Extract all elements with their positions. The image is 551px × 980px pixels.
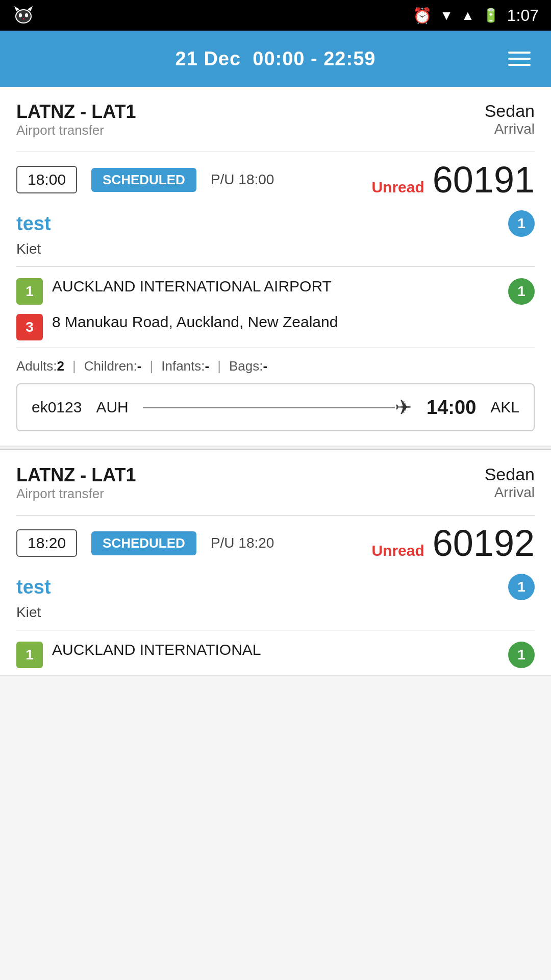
alarm-icon: ⏰	[413, 7, 432, 24]
svg-point-4	[19, 13, 22, 17]
card-1-right: Sedan Arrival	[485, 101, 535, 137]
divider-5	[16, 630, 535, 630]
wifi-icon: ▼	[440, 8, 453, 23]
card-1-direction: Arrival	[485, 121, 535, 137]
card-1-flight-box: ek0123 AUH ✈ 14:00 AKL	[16, 383, 535, 431]
hamburger-line-2	[508, 58, 531, 60]
app-header: 21 Dec 00:00 - 22:59	[0, 31, 551, 87]
status-bar: ⏰ ▼ ▲ 🔋 1:07	[0, 0, 551, 31]
card-2-passenger-name: test	[16, 576, 51, 598]
plane-icon: ✈	[395, 396, 412, 419]
hamburger-line-3	[508, 64, 531, 66]
card-2-location-1-badge: 1	[16, 642, 43, 668]
header-title: 21 Dec 00:00 - 22:59	[176, 48, 376, 70]
card-1-passenger-badge: 1	[508, 210, 535, 237]
hamburger-line-1	[508, 52, 531, 54]
svg-point-5	[25, 13, 28, 17]
card-1-infants-label: Infants:	[161, 358, 205, 374]
booking-card-1: LATNZ - LAT1 Airport transfer Sedan Arri…	[0, 87, 551, 447]
hamburger-menu-button[interactable]	[508, 52, 531, 66]
card-1-location-2: 3 8 Manukau Road, Auckland, New Zealand	[16, 312, 535, 340]
card-1-location-1-name: AUCKLAND INTERNATIONAL AIRPORT	[52, 276, 332, 296]
card-1-left: LATNZ - LAT1 Airport transfer	[16, 101, 136, 146]
card-1-children-value: -	[137, 358, 142, 374]
card-1-pickup: P/U 18:00	[211, 172, 274, 188]
card-1-adults-label: Adults:	[16, 358, 57, 374]
card-1-header: LATNZ - LAT1 Airport transfer Sedan Arri…	[16, 101, 535, 146]
divider-1	[16, 152, 535, 152]
card-2-unread-label: Unread	[371, 542, 424, 559]
card-1-contact-name: Kiet	[16, 241, 535, 257]
card-1-flight-time: 14:00	[427, 397, 476, 419]
card-1-bags-label: Bags:	[229, 358, 263, 374]
header-date: 21 Dec	[176, 48, 241, 69]
card-1-scheduled-badge: SCHEDULED	[91, 168, 196, 192]
card-2-left: LATNZ - LAT1 Airport transfer	[16, 464, 136, 510]
battery-icon: 🔋	[483, 8, 499, 23]
card-1-location-1: 1 AUCKLAND INTERNATIONAL AIRPORT 1	[16, 276, 535, 305]
card-1-flight-arrow: ✈	[143, 396, 412, 419]
card-2-passenger-badge: 1	[508, 574, 535, 600]
card-1-location-1-right: 1	[508, 276, 535, 305]
app-icon	[12, 4, 35, 27]
card-2-location-1-count: 1	[508, 642, 535, 668]
card-2-transfer-type: Airport transfer	[16, 486, 136, 502]
card-2-right: Sedan Arrival	[485, 464, 535, 501]
card-2-scheduled-badge: SCHEDULED	[91, 531, 196, 555]
card-2-booking-number: 60192	[433, 525, 535, 561]
card-2-header: LATNZ - LAT1 Airport transfer Sedan Arri…	[16, 464, 535, 510]
card-1-unread-booking: Unread 60191	[371, 161, 535, 198]
divider-2	[16, 266, 535, 267]
svg-marker-3	[28, 6, 33, 11]
card-2-unread-booking: Unread 60192	[371, 525, 535, 561]
divider-4	[16, 515, 535, 516]
header-time-range: 00:00 - 22:59	[253, 48, 375, 69]
card-1-flight-origin: AUH	[96, 399, 128, 416]
card-1-location-2-badge: 3	[16, 314, 43, 340]
card-1-unread-label: Unread	[371, 179, 424, 196]
card-1-booking-number: 60191	[433, 161, 535, 198]
card-1-location-1-count: 1	[508, 278, 535, 305]
signal-icon: ▲	[461, 8, 474, 23]
card-2-route: LATNZ - LAT1	[16, 464, 136, 486]
arrow-line	[143, 407, 395, 408]
card-1-flight-destination: AKL	[490, 399, 519, 416]
time-display: 1:07	[507, 6, 539, 25]
card-1-infants-value: -	[205, 358, 210, 374]
card-1-adults-value: 2	[57, 358, 64, 374]
card-2-schedule-row: 18:20 SCHEDULED P/U 18:20 Unread 60192	[16, 525, 535, 561]
card-1-bags-value: -	[263, 358, 267, 374]
card-1-flight-number: ek0123	[32, 399, 82, 416]
card-2-location-1: 1 AUCKLAND INTERNATIONAL 1	[16, 640, 535, 668]
status-bar-right: ⏰ ▼ ▲ 🔋 1:07	[413, 6, 539, 25]
card-2-location-1-right: 1	[508, 640, 535, 668]
card-1-children-label: Children:	[84, 358, 137, 374]
card-1-pax-row: Adults: 2 | Children: - | Infants: - | B…	[16, 358, 535, 374]
card-1-location-1-badge: 1	[16, 278, 43, 305]
card-2-direction: Arrival	[485, 484, 535, 501]
card-1-location-2-name: 8 Manukau Road, Auckland, New Zealand	[52, 312, 338, 332]
card-2-pickup: P/U 18:20	[211, 535, 274, 551]
card-2-passenger-row: test 1	[16, 574, 535, 600]
card-1-vehicle: Sedan	[485, 101, 535, 121]
card-2-location-1-name: AUCKLAND INTERNATIONAL	[52, 640, 261, 659]
card-2-vehicle: Sedan	[485, 464, 535, 484]
card-1-transfer-type: Airport transfer	[16, 122, 136, 138]
card-1-time-box: 18:00	[16, 166, 77, 193]
svg-point-1	[16, 10, 31, 22]
card-1-passenger-row: test 1	[16, 210, 535, 237]
booking-card-2: LATNZ - LAT1 Airport transfer Sedan Arri…	[0, 450, 551, 676]
status-bar-left	[12, 4, 35, 27]
divider-3	[16, 348, 535, 348]
card-2-contact-name: Kiet	[16, 604, 535, 621]
card-1-passenger-name: test	[16, 213, 51, 235]
svg-marker-2	[14, 6, 19, 11]
card-2-time-box: 18:20	[16, 529, 77, 557]
card-1-schedule-row: 18:00 SCHEDULED P/U 18:00 Unread 60191	[16, 161, 535, 198]
card-1-route: LATNZ - LAT1	[16, 101, 136, 122]
